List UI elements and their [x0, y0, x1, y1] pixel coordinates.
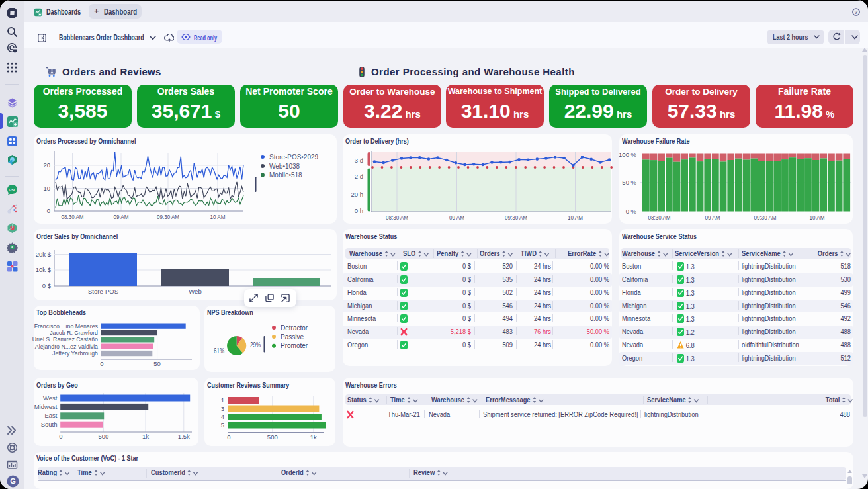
svg-text:0: 0	[227, 433, 230, 441]
svg-text:1: 1	[221, 396, 224, 404]
svg-text:500: 500	[267, 433, 278, 441]
svg-text:1k: 1k	[310, 433, 317, 441]
svg-text:4: 4	[221, 413, 224, 420]
svg-text:?: ?	[855, 9, 858, 15]
svg-text:5: 5	[221, 422, 224, 429]
svg-text:3: 3	[221, 405, 224, 412]
